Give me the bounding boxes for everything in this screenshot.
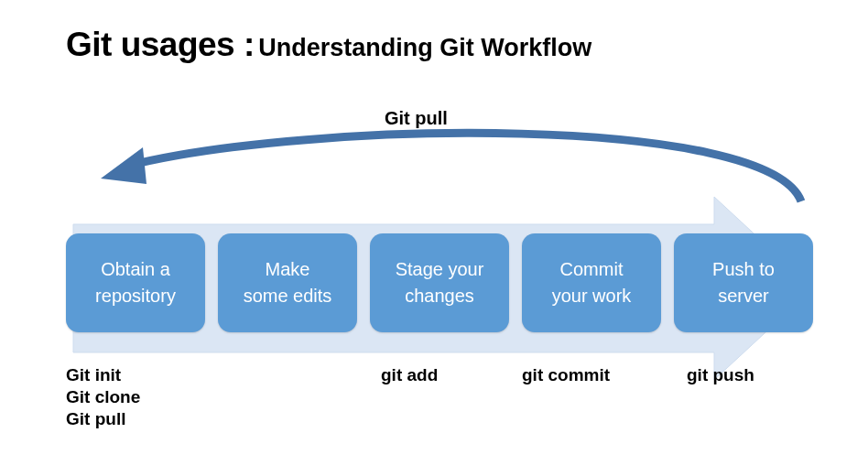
step-line2: your work: [552, 283, 632, 309]
cmd-stage: git add: [381, 364, 438, 386]
step-line1: Make: [266, 256, 310, 283]
title-sub: Understanding Git Workflow: [258, 34, 591, 61]
cmd-push: git push: [687, 364, 754, 386]
step-line2: some edits: [244, 283, 332, 309]
git-pull-label: Git pull: [385, 108, 448, 129]
step-line1: Obtain a: [101, 256, 170, 283]
step-line2: server: [718, 283, 769, 309]
cmd-commit: git commit: [522, 364, 610, 386]
slide-title: Git usages : Understanding Git Workflow: [66, 26, 591, 64]
step-push-server: Push to server: [674, 233, 813, 332]
svg-marker-0: [101, 147, 146, 184]
step-line2: changes: [405, 283, 474, 309]
step-make-edits: Make some edits: [218, 233, 357, 332]
step-commit-work: Commit your work: [522, 233, 661, 332]
step-stage-changes: Stage your changes: [370, 233, 509, 332]
cmd-obtain: Git init Git clone Git pull: [66, 364, 140, 429]
step-line1: Push to: [712, 256, 775, 283]
title-strong: Git usages :: [66, 26, 255, 63]
step-line1: Commit: [560, 256, 624, 283]
workflow-steps: Obtain a repository Make some edits Stag…: [66, 233, 813, 332]
step-line1: Stage your: [396, 256, 484, 283]
step-obtain-repo: Obtain a repository: [66, 233, 205, 332]
step-line2: repository: [95, 283, 176, 309]
